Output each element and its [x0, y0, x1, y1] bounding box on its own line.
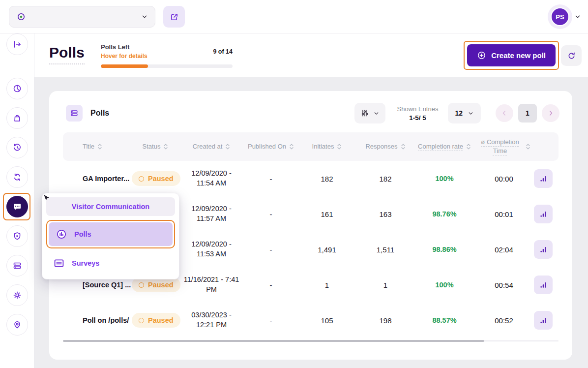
sidebar-item-sync[interactable]	[6, 166, 28, 188]
created-at: 03/30/2023 - 12:21 PM	[182, 310, 240, 330]
sort-icon	[337, 143, 342, 150]
create-new-poll-button[interactable]: Create new poll	[467, 44, 556, 66]
sidebar-item-ecommerce[interactable]	[6, 107, 28, 129]
poll-title: GA Importer...	[63, 175, 132, 183]
shopping-bag-icon	[12, 113, 22, 123]
table-row[interactable]: Poll on /polls/ Paused 03/30/2023 - 12:2…	[63, 303, 559, 338]
pie-chart-icon	[12, 84, 22, 93]
map-pin-icon	[12, 320, 22, 330]
column-header-created-at[interactable]: Created at	[179, 142, 244, 151]
sort-icon	[401, 143, 406, 150]
sidebar-item-visitor-communication[interactable]	[6, 196, 28, 217]
avatar: PS	[551, 7, 569, 26]
sidebar	[0, 33, 34, 368]
sidebar-item-settings[interactable]	[6, 284, 28, 306]
column-header-initiates[interactable]: Initiates	[298, 142, 356, 151]
next-page-button[interactable]	[542, 104, 559, 122]
view-report-button[interactable]	[534, 276, 553, 294]
sidebar-item-collapse[interactable]	[6, 33, 28, 55]
popup-item-surveys[interactable]: Surveys	[46, 251, 175, 275]
annotation-highlight-create: Create new poll	[464, 41, 559, 70]
external-link-icon	[170, 12, 179, 22]
bar-chart-icon	[539, 245, 548, 254]
app-root: PS	[0, 0, 588, 368]
topbar: PS	[0, 0, 588, 33]
column-header-completion-rate[interactable]: Completion rate	[415, 142, 474, 151]
view-report-button[interactable]	[534, 169, 553, 188]
sidebar-item-data[interactable]	[6, 255, 28, 276]
completion-rate: 100%	[415, 281, 474, 289]
poll-icon	[56, 228, 67, 240]
view-report-button[interactable]	[534, 205, 553, 223]
initiates: 105	[298, 316, 356, 325]
initiates: 161	[298, 210, 356, 218]
column-header-title[interactable]: Title	[63, 142, 132, 151]
server-icon	[12, 261, 22, 271]
sidebar-item-history[interactable]	[6, 137, 28, 158]
created-at: 12/09/2020 - 11:53 AM	[182, 240, 240, 259]
view-report-button[interactable]	[534, 240, 553, 259]
sort-icon	[225, 143, 230, 150]
site-favicon-icon	[16, 12, 26, 22]
sidebar-item-location[interactable]	[6, 314, 28, 336]
shown-entries-value: 1-5/ 5	[397, 114, 439, 122]
popup-header: Visitor Communication	[46, 197, 175, 216]
published-on: -	[244, 316, 298, 325]
status-badge: Paused	[132, 277, 180, 292]
pagination: 1	[496, 104, 559, 123]
completion-rate: 88.57%	[415, 316, 474, 324]
chat-bubble-icon	[12, 202, 22, 212]
card-title: Polls	[90, 109, 109, 118]
published-on: -	[244, 210, 298, 218]
filter-sliders-icon	[360, 109, 369, 118]
sort-icon	[526, 143, 530, 150]
completion-rate: 98.86%	[415, 245, 474, 253]
sort-icon	[466, 143, 471, 150]
arrow-left-icon	[500, 109, 508, 117]
refresh-icon	[567, 51, 576, 61]
responses: 1	[356, 281, 415, 289]
scrollbar-thumb[interactable]	[63, 340, 484, 342]
sidebar-item-privacy[interactable]	[6, 225, 28, 247]
poll-status-cell: Paused	[132, 277, 179, 292]
site-selector[interactable]	[9, 6, 155, 28]
completion-time: 02:04	[474, 245, 534, 254]
completion-time: 00:52	[474, 316, 534, 325]
completion-rate: 98.76%	[415, 210, 474, 218]
table-row[interactable]: GA Importer... Paused 12/09/2020 - 11:54…	[63, 161, 559, 196]
status-dot-icon	[139, 282, 144, 288]
initiates: 1	[298, 281, 356, 289]
page-header: Polls Polls Left Hover for details 9 of …	[34, 33, 588, 77]
card-icon-tile	[66, 105, 83, 122]
status-dot-icon	[139, 176, 144, 182]
page-size-select[interactable]: 12	[448, 103, 481, 123]
table-header-row: Title Status Created at Published On Ini…	[63, 132, 559, 161]
refresh-button[interactable]	[561, 45, 582, 66]
initiates: 1,491	[298, 245, 356, 254]
chevron-down-icon	[574, 13, 581, 20]
gear-icon	[12, 290, 22, 300]
column-header-published-on[interactable]: Published On	[244, 142, 298, 151]
open-site-button[interactable]	[163, 6, 185, 28]
sidebar-item-analytics[interactable]	[6, 78, 28, 99]
published-on: -	[244, 245, 298, 254]
popup-item-polls[interactable]: Polls	[49, 222, 173, 246]
responses: 163	[356, 210, 415, 218]
server-icon	[70, 109, 79, 118]
sort-icon	[163, 143, 168, 150]
card-header: Polls Shown Entries 1-5/ 5 12	[49, 91, 572, 132]
filter-button[interactable]	[354, 103, 385, 123]
horizontal-scrollbar	[63, 340, 559, 342]
bar-chart-icon	[539, 210, 548, 218]
column-header-status[interactable]: Status	[132, 142, 179, 151]
view-report-button[interactable]	[534, 311, 553, 330]
published-on: -	[244, 175, 298, 183]
status-badge: Paused	[132, 171, 180, 186]
column-header-responses[interactable]: Responses	[356, 142, 415, 151]
previous-page-button[interactable]	[496, 104, 513, 122]
created-at: 12/09/2020 - 11:57 AM	[182, 204, 240, 223]
user-menu[interactable]: PS	[548, 4, 581, 30]
poll-status-cell: Paused	[132, 313, 179, 328]
current-page-indicator[interactable]: 1	[518, 104, 537, 123]
column-header-completion-time[interactable]: ø Completion Time	[474, 138, 534, 155]
